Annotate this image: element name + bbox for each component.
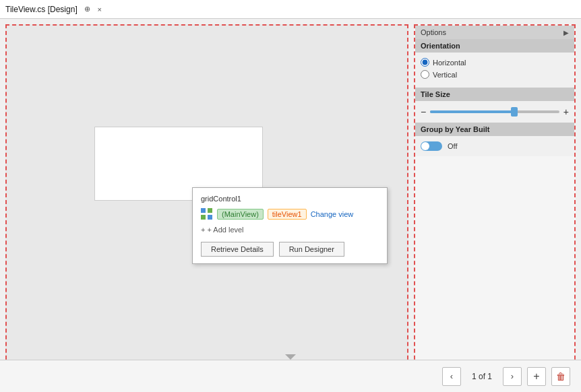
orientation-horizontal-radio[interactable] [421,58,429,67]
change-view-link[interactable]: Change view [311,210,354,218]
context-popup: gridControl1 (MainView) tileView1 Change… [192,187,388,264]
orientation-horizontal-row: Horizontal [421,58,569,67]
next-page-button[interactable]: › [503,367,522,386]
page-indicator: 1 of 1 [466,372,497,381]
trash-icon: 🗑 [556,371,565,382]
main-layout: gridControl1 (MainView) tileView1 Change… [0,19,581,392]
group-by-year-toggle-row: Off [415,136,574,156]
orientation-vertical-row: Vertical [421,70,569,79]
add-page-button[interactable]: + [527,367,546,386]
design-area: gridControl1 (MainView) tileView1 Change… [5,24,408,387]
main-view-tag[interactable]: (MainView) [217,209,264,220]
slider-fill [430,110,514,113]
slider-plus-button[interactable]: + [563,106,569,117]
slider-minus-button[interactable]: − [421,106,426,117]
retrieve-details-button[interactable]: Retrieve Details [201,242,274,257]
panel-header: Options ▶ [415,26,574,39]
add-level-button[interactable]: + + Add level [201,226,379,234]
tile-size-section-header: Tile Size [415,88,574,101]
close-button[interactable]: × [95,5,104,14]
popup-buttons: Retrieve Details Run Designer [201,242,379,257]
toggle-knob [421,142,429,150]
bottom-bar: ‹ 1 of 1 › + 🗑 [0,360,581,392]
title-bar: TileView.cs [Design] ⊕ × [0,0,581,19]
orientation-vertical-radio[interactable] [421,70,429,79]
right-panel: Options ▶ Orientation Horizontal Vertica… [414,24,576,387]
orientation-section-content: Horizontal Vertical [415,53,574,88]
pin-button[interactable]: ⊕ [83,5,92,14]
orientation-section-header: Orientation [415,39,574,53]
plus-icon: + [201,226,205,234]
slider-track[interactable] [430,110,559,113]
popup-row-views: (MainView) tileView1 Change view [201,208,379,220]
panel-title: Options [421,28,446,36]
toggle-state-label: Off [448,142,457,150]
orientation-vertical-label: Vertical [433,71,457,79]
prev-page-button[interactable]: ‹ [442,367,461,386]
grid-icon [201,208,213,220]
popup-title: gridControl1 [201,195,379,203]
tile-size-slider-row: − + [415,101,574,123]
run-designer-button[interactable]: Run Designer [279,242,344,257]
triangle-indicator [285,354,296,360]
slider-thumb[interactable] [511,107,518,117]
orientation-horizontal-label: Horizontal [433,59,466,67]
group-by-year-section-header: Group by Year Built [415,123,574,136]
tab-title: TileView.cs [Design] [5,5,78,14]
panel-arrow-icon[interactable]: ▶ [563,29,569,36]
tile-view-tag[interactable]: tileView1 [268,209,307,220]
group-by-year-toggle[interactable] [421,141,442,151]
delete-page-button[interactable]: 🗑 [551,367,570,386]
